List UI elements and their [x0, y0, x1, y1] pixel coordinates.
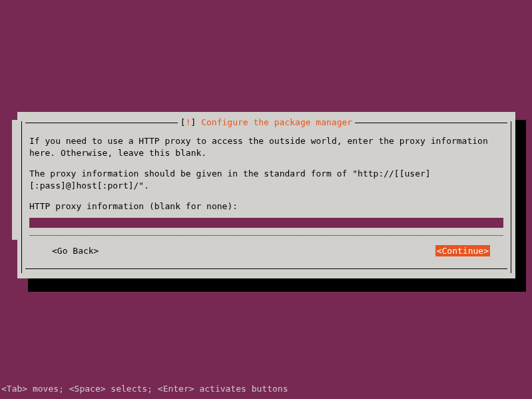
- title-bang-icon: !: [186, 117, 191, 127]
- dialog-title: Configure the package manager: [201, 117, 352, 127]
- footer-help-text: <Tab> moves; <Space> selects; <Enter> ac…: [1, 384, 288, 394]
- http-proxy-input[interactable]: [29, 218, 503, 228]
- dialog-border-left: [21, 121, 22, 273]
- dialog-title-bar: [!] Configure the package manager: [25, 117, 507, 127]
- go-back-button[interactable]: <Go Back>: [52, 245, 99, 257]
- dialog-border-right: [511, 121, 511, 273]
- continue-button[interactable]: <Continue>: [435, 245, 490, 257]
- button-row: <Go Back> <Continue>: [29, 245, 503, 257]
- dialog-border-bottom: [25, 268, 507, 269]
- title-bracket-open: [: [180, 117, 186, 127]
- background-panel-edge: [12, 120, 17, 240]
- instruction-text-2: The proxy information should be given in…: [29, 168, 503, 191]
- title-bracket-close: ]: [191, 117, 196, 127]
- configure-package-manager-dialog: [!] Configure the package manager If you…: [17, 112, 515, 278]
- instruction-text-1: If you need to use a HTTP proxy to acces…: [29, 135, 503, 159]
- dialog-content: If you need to use a HTTP proxy to acces…: [25, 127, 507, 259]
- input-prompt: HTTP proxy information (blank for none):: [29, 200, 503, 212]
- input-underline: ________________________________________…: [29, 228, 503, 237]
